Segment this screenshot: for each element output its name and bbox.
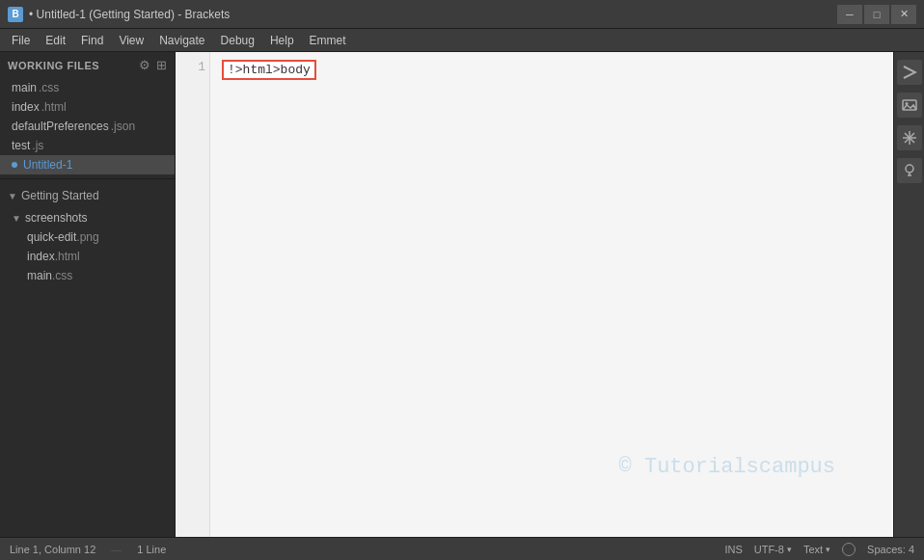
sidebar-item-main-css[interactable]: main.css xyxy=(0,78,175,97)
menu-debug[interactable]: Debug xyxy=(213,31,262,50)
live-preview-icon xyxy=(902,65,917,80)
window-controls: ─ □ ✕ xyxy=(837,5,916,24)
menu-bar: File Edit Find View Navigate Debug Help … xyxy=(0,29,924,52)
encoding-label: UTF-8 xyxy=(754,544,784,555)
hint-button[interactable] xyxy=(897,158,922,183)
screenshots-folder-label: screenshots xyxy=(25,211,88,225)
menu-emmet[interactable]: Emmet xyxy=(302,31,354,50)
right-toolbar xyxy=(893,52,924,537)
sidebar-item-quick-edit[interactable]: quick-edit.png xyxy=(0,227,175,247)
split-icon[interactable]: ⊞ xyxy=(156,58,167,72)
sidebar-item-default-prefs[interactable]: defaultPreferences.json xyxy=(0,117,175,136)
cursor-position: Line 1, Column 12 xyxy=(10,544,95,555)
line-numbers: 1 xyxy=(176,52,210,537)
menu-view[interactable]: View xyxy=(111,31,151,50)
close-button[interactable]: ✕ xyxy=(891,5,916,24)
hint-icon xyxy=(902,163,917,178)
sidebar-controls: ⚙ ⊞ xyxy=(139,58,167,72)
extensions-icon xyxy=(902,130,917,146)
restore-button[interactable]: □ xyxy=(864,5,889,24)
working-files-label: Working Files xyxy=(8,60,99,71)
active-file-indicator xyxy=(12,162,17,168)
folder-arrow-icon: ▼ xyxy=(12,213,21,224)
editor-area: 1 !>html>body © Tutorialscampus xyxy=(176,52,893,537)
svg-point-6 xyxy=(906,165,913,173)
window-title: • Untitled-1 (Getting Started) - Bracket… xyxy=(29,8,230,21)
status-circle-indicator xyxy=(842,543,856,556)
line-count: 1 Line xyxy=(137,544,166,555)
code-editor[interactable]: !>html>body © Tutorialscampus xyxy=(210,52,893,537)
watermark: © Tutorialscampus xyxy=(619,455,835,479)
screenshots-file-list: quick-edit.png index.html main.css xyxy=(0,227,175,285)
code-content: !>html>body xyxy=(222,60,316,80)
main-area: Working Files ⚙ ⊞ main.css index.html de… xyxy=(0,52,924,537)
line-number-1: 1 xyxy=(179,60,205,74)
image-icon xyxy=(902,97,917,113)
title-bar-left: B • Untitled-1 (Getting Started) - Brack… xyxy=(8,7,230,22)
menu-edit[interactable]: Edit xyxy=(38,31,73,50)
image-preview-button[interactable] xyxy=(897,93,922,118)
editor-content[interactable]: 1 !>html>body © Tutorialscampus xyxy=(176,52,893,537)
status-bar: Line 1, Column 12 — 1 Line INS UTF-8 ▾ T… xyxy=(0,537,924,560)
syntax-dropdown[interactable]: Text ▾ xyxy=(803,544,830,555)
sidebar-item-untitled[interactable]: Untitled-1 xyxy=(0,155,175,174)
extensions-button[interactable] xyxy=(897,125,922,150)
encoding-dropdown[interactable]: UTF-8 ▾ xyxy=(754,544,792,555)
getting-started-label: Getting Started xyxy=(21,189,99,202)
screenshots-folder-header[interactable]: ▼ screenshots xyxy=(0,208,175,227)
live-preview-button[interactable] xyxy=(897,60,922,85)
settings-icon[interactable]: ⚙ xyxy=(139,58,150,72)
sidebar: Working Files ⚙ ⊞ main.css index.html de… xyxy=(0,52,176,537)
getting-started-arrow: ▼ xyxy=(8,191,17,201)
screenshots-folder: ▼ screenshots quick-edit.png index.html … xyxy=(0,208,175,285)
sidebar-item-screenshots-main[interactable]: main.css xyxy=(0,266,175,285)
syntax-arrow: ▾ xyxy=(826,545,830,554)
insert-mode: INS xyxy=(724,544,742,555)
sidebar-item-test-js[interactable]: test.js xyxy=(0,136,175,155)
sidebar-item-index-html[interactable]: index.html xyxy=(0,97,175,117)
sidebar-item-screenshots-index[interactable]: index.html xyxy=(0,247,175,266)
title-bar: B • Untitled-1 (Getting Started) - Brack… xyxy=(0,0,924,29)
spaces-indicator: Spaces: 4 xyxy=(867,544,914,555)
menu-navigate[interactable]: Navigate xyxy=(151,31,212,50)
sidebar-divider xyxy=(0,178,175,179)
menu-find[interactable]: Find xyxy=(73,31,111,50)
code-line-1: !>html>body xyxy=(222,60,882,79)
syntax-label: Text xyxy=(803,544,823,555)
menu-file[interactable]: File xyxy=(4,31,38,50)
menu-help[interactable]: Help xyxy=(262,31,302,50)
app-icon: B xyxy=(8,7,23,22)
status-right: INS UTF-8 ▾ Text ▾ Spaces: 4 xyxy=(724,543,914,556)
working-files-header: Working Files ⚙ ⊞ xyxy=(0,52,175,78)
encoding-arrow: ▾ xyxy=(787,545,792,554)
getting-started-header[interactable]: ▼ Getting Started xyxy=(0,183,175,208)
working-files-list: main.css index.html defaultPreferences.j… xyxy=(0,78,175,174)
minimize-button[interactable]: ─ xyxy=(837,5,862,24)
status-separator: — xyxy=(111,544,122,555)
